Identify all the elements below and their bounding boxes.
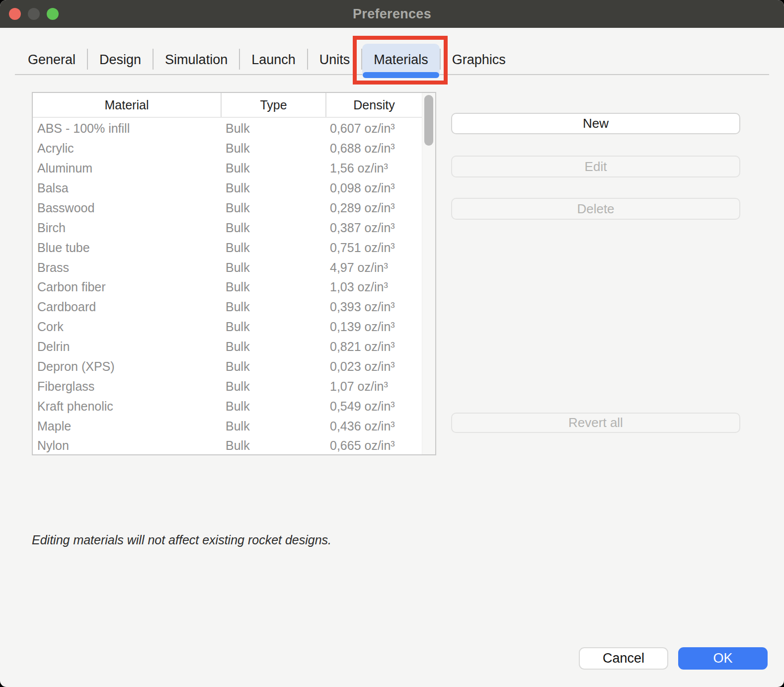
cell-material: Depron (XPS) <box>33 359 221 374</box>
cell-density: 4,97 oz/in³ <box>325 260 422 275</box>
title-bar: Preferences <box>0 0 784 28</box>
column-header-density: Density <box>325 93 422 117</box>
cell-density: 0,665 oz/in³ <box>325 438 422 453</box>
tab-label: Design <box>99 52 141 68</box>
table-row[interactable]: CorkBulk0,139 oz/in³ <box>33 317 435 337</box>
cell-type: Bulk <box>221 241 325 255</box>
cell-type: Bulk <box>221 320 325 334</box>
revert-all-button[interactable]: Revert all <box>451 413 740 433</box>
tab-simulation[interactable]: Simulation <box>154 44 239 76</box>
column-header-type: Type <box>221 93 325 117</box>
tab-general[interactable]: General <box>16 44 87 76</box>
cell-type: Bulk <box>221 161 325 175</box>
cell-density: 1,07 oz/in³ <box>325 379 422 394</box>
cell-material: Cardboard <box>33 300 221 314</box>
tab-label: Graphics <box>452 52 506 68</box>
table-scrollbar-thumb[interactable] <box>424 95 433 146</box>
cell-type: Bulk <box>221 121 325 136</box>
active-tab-underline <box>363 72 439 78</box>
table-row[interactable]: CardboardBulk0,393 oz/in³ <box>33 297 435 317</box>
traffic-lights <box>9 8 59 20</box>
table-row[interactable]: BasswoodBulk0,289 oz/in³ <box>33 198 435 218</box>
cell-material: ABS - 100% infill <box>33 121 221 136</box>
table-row[interactable]: BirchBulk0,387 oz/in³ <box>33 218 435 238</box>
table-row[interactable]: Carbon fiberBulk1,03 oz/in³ <box>33 277 435 297</box>
preferences-tab-bar: GeneralDesignSimulationLaunchUnitsMateri… <box>0 28 784 76</box>
zoom-window-icon[interactable] <box>47 8 59 20</box>
tab-graphics[interactable]: Graphics <box>441 44 517 76</box>
minimize-window-icon <box>28 8 40 20</box>
cell-type: Bulk <box>221 221 325 235</box>
cell-type: Bulk <box>221 300 325 314</box>
cell-material: Blue tube <box>33 241 221 255</box>
cell-material: Maple <box>33 419 221 433</box>
cell-density: 0,751 oz/in³ <box>325 241 422 255</box>
cell-material: Cork <box>33 320 221 334</box>
cell-material: Birch <box>33 221 221 235</box>
cell-density: 1,56 oz/in³ <box>325 161 422 175</box>
materials-table: Material Type Density ABS - 100% infillB… <box>32 92 436 455</box>
cell-density: 0,393 oz/in³ <box>325 300 422 314</box>
table-row[interactable]: ABS - 100% infillBulk0,607 oz/in³ <box>33 119 435 139</box>
cell-type: Bulk <box>221 141 325 156</box>
materials-edit-note: Editing materials will not affect existi… <box>32 533 331 547</box>
cell-material: Basswood <box>33 201 221 215</box>
cell-type: Bulk <box>221 359 325 374</box>
column-header-material: Material <box>33 93 221 117</box>
table-row[interactable]: BrassBulk4,97 oz/in³ <box>33 258 435 277</box>
cancel-button[interactable]: Cancel <box>579 647 668 670</box>
tab-label: General <box>28 52 76 68</box>
cell-density: 0,688 oz/in³ <box>325 141 422 156</box>
cell-type: Bulk <box>221 280 325 294</box>
cell-type: Bulk <box>221 379 325 394</box>
table-scrollbar-track[interactable] <box>422 93 435 454</box>
table-header-row: Material Type Density <box>33 93 435 118</box>
cell-density: 0,387 oz/in³ <box>325 221 422 235</box>
table-row[interactable]: MapleBulk0,436 oz/in³ <box>33 416 435 436</box>
tab-label: Units <box>319 52 350 68</box>
cell-material: Kraft phenolic <box>33 399 221 414</box>
cell-density: 0,821 oz/in³ <box>325 340 422 354</box>
cell-material: Aluminum <box>33 161 221 175</box>
cell-material: Delrin <box>33 340 221 354</box>
cell-material: Balsa <box>33 181 221 195</box>
table-row[interactable]: AluminumBulk1,56 oz/in³ <box>33 159 435 178</box>
tab-label: Simulation <box>165 52 228 68</box>
delete-button[interactable]: Delete <box>451 198 740 220</box>
cell-density: 0,607 oz/in³ <box>325 121 422 136</box>
edit-button[interactable]: Edit <box>451 156 740 177</box>
cell-type: Bulk <box>221 260 325 275</box>
new-button[interactable]: New <box>451 113 740 134</box>
cell-material: Brass <box>33 260 221 275</box>
cell-density: 0,289 oz/in³ <box>325 201 422 215</box>
table-row[interactable]: Kraft phenolicBulk0,549 oz/in³ <box>33 396 435 416</box>
ok-button[interactable]: OK <box>678 647 768 670</box>
window-title: Preferences <box>353 6 431 22</box>
table-row[interactable]: AcrylicBulk0,688 oz/in³ <box>33 139 435 159</box>
cell-density: 0,139 oz/in³ <box>325 320 422 334</box>
cell-density: 0,098 oz/in³ <box>325 181 422 195</box>
table-row[interactable]: NylonBulk0,665 oz/in³ <box>33 436 435 454</box>
tab-design[interactable]: Design <box>88 44 153 76</box>
close-window-icon[interactable] <box>9 8 21 20</box>
cell-material: Fiberglass <box>33 379 221 394</box>
cell-material: Nylon <box>33 438 221 453</box>
cell-density: 1,03 oz/in³ <box>325 280 422 294</box>
cell-type: Bulk <box>221 419 325 433</box>
table-row[interactable]: BalsaBulk0,098 oz/in³ <box>33 178 435 198</box>
table-row[interactable]: DelrinBulk0,821 oz/in³ <box>33 337 435 357</box>
cell-density: 0,023 oz/in³ <box>325 359 422 374</box>
tab-materials[interactable]: Materials <box>362 44 440 76</box>
cell-type: Bulk <box>221 201 325 215</box>
table-row[interactable]: Depron (XPS)Bulk0,023 oz/in³ <box>33 357 435 377</box>
tab-label: Launch <box>251 52 296 68</box>
tab-units[interactable]: Units <box>308 44 362 76</box>
cell-material: Carbon fiber <box>33 280 221 294</box>
table-row[interactable]: FiberglassBulk1,07 oz/in³ <box>33 376 435 396</box>
table-row[interactable]: Blue tubeBulk0,751 oz/in³ <box>33 238 435 258</box>
cell-type: Bulk <box>221 438 325 453</box>
cell-type: Bulk <box>221 340 325 354</box>
tab-launch[interactable]: Launch <box>240 44 307 76</box>
table-body: ABS - 100% infillBulk0,607 oz/in³Acrylic… <box>33 119 435 454</box>
cell-density: 0,549 oz/in³ <box>325 399 422 414</box>
